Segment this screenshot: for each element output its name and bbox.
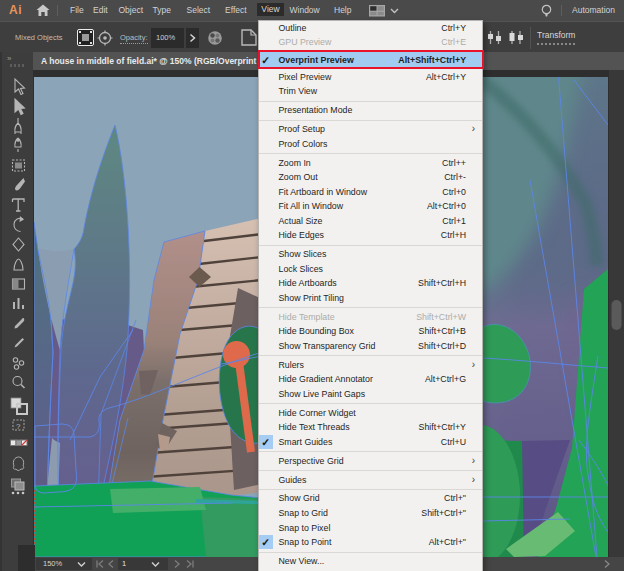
svg-text:?: ? bbox=[16, 422, 21, 431]
